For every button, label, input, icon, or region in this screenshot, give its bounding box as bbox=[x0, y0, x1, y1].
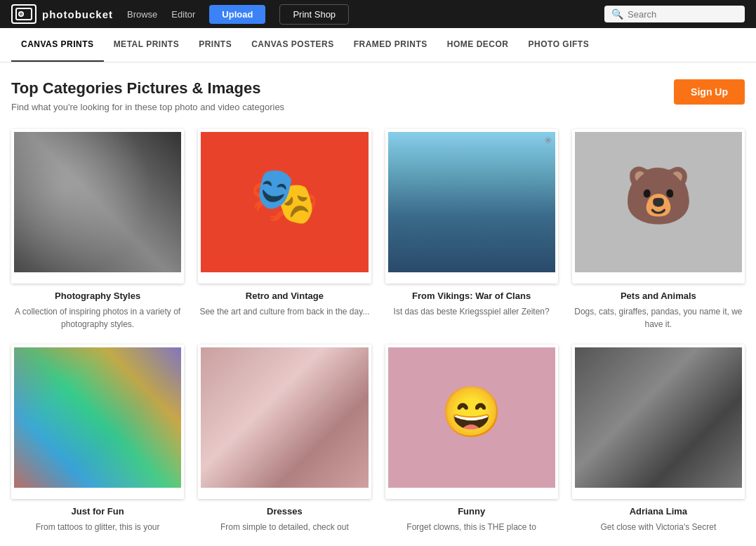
card-vikings[interactable]: ✳ From Vikings: War of Clans Ist das das… bbox=[385, 129, 558, 331]
card-funny[interactable]: Funny Forget clowns, this is THE place t… bbox=[385, 345, 558, 533]
card-image-vikings: ✳ bbox=[385, 129, 558, 284]
card-desc-funny: Forget clowns, this is THE place to bbox=[385, 521, 558, 533]
card-desc-vikings: Ist das das beste Kriegsspiel aller Zeit… bbox=[385, 305, 558, 318]
card-desc-adriana: Get close with Victoria's Secret bbox=[572, 521, 745, 533]
sub-nav-framed-prints[interactable]: FRAMED PRINTS bbox=[344, 28, 437, 62]
funny-image bbox=[388, 347, 555, 488]
card-desc-photography: A collection of inspiring photos in a va… bbox=[11, 305, 184, 331]
card-title-retro: Retro and Vintage bbox=[198, 291, 371, 301]
card-image-pets bbox=[572, 129, 745, 284]
logo-icon bbox=[11, 4, 37, 24]
loading-spinner-icon: ✳ bbox=[544, 135, 552, 146]
card-adriana-lima[interactable]: Adriana Lima Get close with Victoria's S… bbox=[572, 345, 745, 533]
card-just-for-fun[interactable]: Just for Fun From tattoos to glitter, th… bbox=[11, 345, 184, 533]
search-container: 🔍 bbox=[604, 6, 745, 22]
sub-nav-metal-prints[interactable]: METAL PRINTS bbox=[104, 28, 190, 62]
card-image-retro bbox=[198, 129, 371, 284]
card-title-pets: Pets and Animals bbox=[572, 291, 745, 301]
editor-link[interactable]: Editor bbox=[171, 9, 195, 20]
page-title: Top Categories Pictures & Images bbox=[11, 79, 745, 98]
sign-up-button[interactable]: Sign Up bbox=[674, 79, 745, 105]
print-shop-button[interactable]: Print Shop bbox=[279, 4, 349, 25]
sub-nav-canvas-prints[interactable]: CANVAS PRINTS bbox=[11, 28, 104, 62]
card-desc-fun: From tattoos to glitter, this is your bbox=[11, 521, 184, 533]
card-desc-dresses: From simple to detailed, check out bbox=[198, 521, 371, 533]
card-title-adriana: Adriana Lima bbox=[572, 506, 745, 517]
sub-nav-photo-gifts[interactable]: PHOTO GIFTS bbox=[519, 28, 599, 62]
card-image-adriana bbox=[572, 345, 745, 499]
adriana-image bbox=[575, 347, 742, 488]
pets-image bbox=[575, 132, 742, 272]
card-retro-vintage[interactable]: Retro and Vintage See the art and cultur… bbox=[198, 129, 371, 331]
card-desc-retro: See the art and culture from back in the… bbox=[198, 305, 371, 318]
search-input[interactable] bbox=[628, 9, 738, 20]
card-dresses[interactable]: Dresses From simple to detailed, check o… bbox=[198, 345, 371, 533]
search-icon: 🔍 bbox=[611, 8, 623, 20]
card-pets-animals[interactable]: Pets and Animals Dogs, cats, giraffes, p… bbox=[572, 129, 745, 331]
fun-image bbox=[14, 347, 181, 488]
card-title-photography: Photography Styles bbox=[11, 291, 184, 301]
page-subtitle: Find what you're looking for in these to… bbox=[11, 102, 745, 112]
card-desc-pets: Dogs, cats, giraffes, pandas, you name i… bbox=[572, 305, 745, 331]
cards-grid: Photography Styles A collection of inspi… bbox=[11, 129, 745, 533]
card-image-funny bbox=[385, 345, 558, 499]
upload-button[interactable]: Upload bbox=[209, 5, 265, 24]
card-title-dresses: Dresses bbox=[198, 506, 371, 517]
sub-nav-home-decor[interactable]: HOME DECOR bbox=[437, 28, 519, 62]
header: photobucket Browse Editor Upload Print S… bbox=[0, 0, 756, 28]
photography-image bbox=[14, 132, 181, 272]
card-image-dresses bbox=[198, 345, 371, 499]
logo[interactable]: photobucket bbox=[11, 4, 113, 24]
main-content: Top Categories Pictures & Images Find wh… bbox=[0, 62, 756, 546]
sub-nav-prints[interactable]: PRINTS bbox=[189, 28, 241, 62]
card-title-funny: Funny bbox=[385, 506, 558, 517]
sub-nav-canvas-posters[interactable]: CANVAS POSTERS bbox=[241, 28, 343, 62]
browse-link[interactable]: Browse bbox=[127, 9, 157, 20]
card-photography-styles[interactable]: Photography Styles A collection of inspi… bbox=[11, 129, 184, 331]
vikings-image bbox=[388, 132, 555, 272]
card-image-fun bbox=[11, 345, 184, 499]
retro-image bbox=[201, 132, 368, 272]
card-title-vikings: From Vikings: War of Clans bbox=[385, 291, 558, 301]
card-image-photography bbox=[11, 129, 184, 284]
svg-point-2 bbox=[20, 13, 22, 15]
dresses-image bbox=[201, 347, 368, 488]
card-title-fun: Just for Fun bbox=[11, 506, 184, 517]
sub-nav: CANVAS PRINTS METAL PRINTS PRINTS CANVAS… bbox=[0, 28, 756, 62]
logo-text: photobucket bbox=[42, 8, 113, 20]
